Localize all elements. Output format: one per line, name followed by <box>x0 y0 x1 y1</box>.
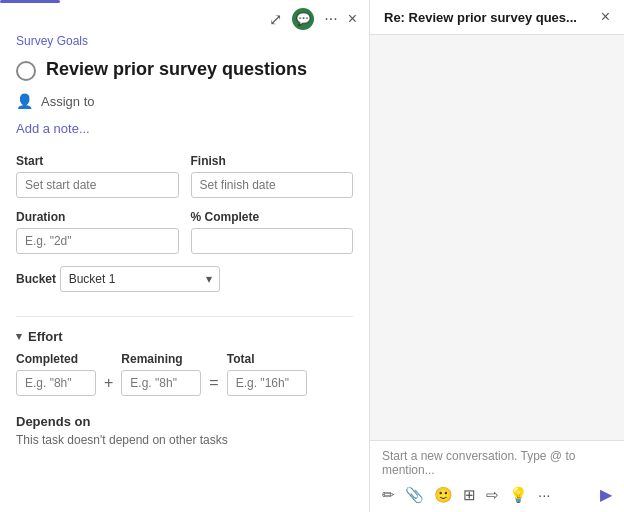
effort-label: Effort <box>28 329 63 344</box>
chat-icon[interactable]: 💬 <box>292 8 314 30</box>
finish-group: Finish <box>191 154 354 198</box>
percent-group: % Complete 0 <box>191 210 354 254</box>
depends-description: This task doesn't depend on other tasks <box>16 433 353 447</box>
start-label: Start <box>16 154 179 168</box>
start-date-input[interactable] <box>16 172 179 198</box>
bulb-icon[interactable]: 💡 <box>509 486 528 504</box>
conversation-body <box>370 35 624 440</box>
compose-area: Start a new conversation. Type @ to ment… <box>370 440 624 512</box>
effort-row: Completed + Remaining = Total <box>0 352 369 408</box>
attachment-icon[interactable]: 📎 <box>405 486 424 504</box>
date-section: Start Finish Duration % Complete 0 Bucke… <box>0 148 369 310</box>
effort-header[interactable]: ▾ Effort <box>0 323 369 352</box>
add-note-button[interactable]: Add a note... <box>0 117 369 148</box>
remaining-label: Remaining <box>121 352 201 366</box>
more-icon[interactable]: ··· <box>324 10 337 28</box>
chevron-down-icon: ▾ <box>16 330 22 343</box>
finish-date-input[interactable] <box>191 172 354 198</box>
assign-label: Assign to <box>41 94 94 109</box>
breadcrumb: Survey Goals <box>0 34 369 52</box>
duration-input[interactable] <box>16 228 179 254</box>
completed-input[interactable] <box>16 370 96 396</box>
bucket-label: Bucket <box>16 272 56 286</box>
start-finish-row: Start Finish <box>16 154 353 198</box>
top-toolbar: ⤢ 💬 ··· × <box>0 0 369 34</box>
percent-label: % Complete <box>191 210 354 224</box>
emoji-icon[interactable]: 🙂 <box>434 486 453 504</box>
conversation-close-icon[interactable]: × <box>601 8 610 26</box>
finish-label: Finish <box>191 154 354 168</box>
assign-icon: 👤 <box>16 93 33 109</box>
table-icon[interactable]: ⊞ <box>463 486 476 504</box>
bucket-select[interactable]: Bucket 1 Bucket 2 Bucket 3 <box>60 266 220 292</box>
total-input[interactable] <box>227 370 307 396</box>
remaining-input[interactable] <box>121 370 201 396</box>
completed-group: Completed <box>16 352 96 396</box>
conversation-title: Re: Review prior survey ques... <box>384 10 593 25</box>
task-title: Review prior survey questions <box>46 58 307 81</box>
assign-row[interactable]: 👤 Assign to <box>0 89 369 117</box>
divider <box>16 316 353 317</box>
send-button[interactable]: ▶ <box>600 485 612 504</box>
duration-group: Duration <box>16 210 179 254</box>
link-icon[interactable]: ⇨ <box>486 486 499 504</box>
duration-label: Duration <box>16 210 179 224</box>
depends-title: Depends on <box>16 414 353 429</box>
task-detail-panel: ⤢ 💬 ··· × Survey Goals Review prior surv… <box>0 0 370 512</box>
bucket-wrapper: Bucket 1 Bucket 2 Bucket 3 <box>60 266 220 292</box>
progress-bar <box>0 0 60 3</box>
percent-input[interactable]: 0 <box>191 228 354 254</box>
expand-icon[interactable]: ⤢ <box>269 10 282 29</box>
total-label: Total <box>227 352 307 366</box>
bucket-group: Bucket Bucket 1 Bucket 2 Bucket 3 <box>16 266 353 292</box>
compose-toolbar: ✏ 📎 🙂 ⊞ ⇨ 💡 ··· ▶ <box>382 485 612 504</box>
plus-separator: + <box>96 374 121 392</box>
completed-label: Completed <box>16 352 96 366</box>
conversation-header: Re: Review prior survey ques... × <box>370 0 624 35</box>
total-group: Total <box>227 352 307 396</box>
conversation-panel: Re: Review prior survey ques... × Start … <box>370 0 624 512</box>
close-icon[interactable]: × <box>348 10 357 28</box>
equals-separator: = <box>201 374 226 392</box>
remaining-group: Remaining <box>121 352 201 396</box>
task-complete-circle[interactable] <box>16 61 36 81</box>
depends-section: Depends on This task doesn't depend on o… <box>0 408 369 455</box>
task-title-row: Review prior survey questions <box>0 52 369 89</box>
duration-percent-row: Duration % Complete 0 <box>16 210 353 254</box>
more-options-icon[interactable]: ··· <box>538 486 551 503</box>
compose-hint: Start a new conversation. Type @ to ment… <box>382 449 612 477</box>
pen-icon[interactable]: ✏ <box>382 486 395 504</box>
start-group: Start <box>16 154 179 198</box>
